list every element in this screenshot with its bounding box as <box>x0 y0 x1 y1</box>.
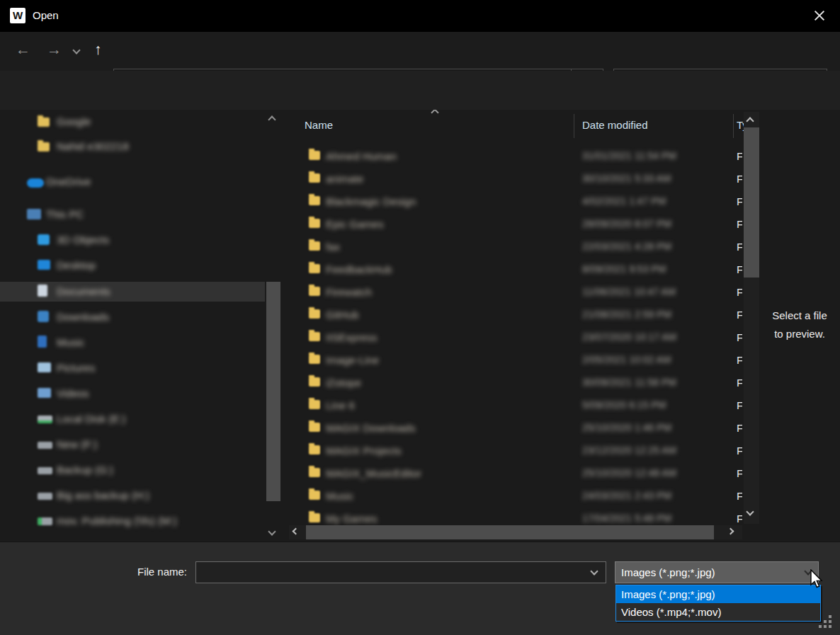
file-name: MAGIX_MusicEditor <box>326 467 421 479</box>
file-type-option[interactable]: Videos (*.mp4;*.mov) <box>616 603 820 621</box>
table-row[interactable]: Blackmagic Design4/02/2021 1:47 PMF <box>289 192 742 212</box>
table-row[interactable]: MAGIX Projects23/12/2020 12:25 AMF <box>289 441 742 461</box>
file-name: animate <box>326 173 363 185</box>
file-name: Image-Line <box>326 354 379 366</box>
file-type: F <box>737 467 742 479</box>
table-row[interactable]: Line 65/09/2020 6:15 PMF <box>289 396 742 416</box>
file-name-label: File name: <box>102 566 187 578</box>
file-date-modified: 25/10/2020 1:46 PM <box>582 422 671 433</box>
folder-icon <box>309 196 320 205</box>
file-type: F <box>737 422 742 434</box>
table-row[interactable]: Image-Line2/05/2021 10:02 AMF <box>289 350 742 370</box>
up-icon[interactable]: ↑ <box>94 41 102 58</box>
file-date-modified: 30/09/2021 11:58 PM <box>582 377 676 388</box>
preview-pane: Select a file to preview. <box>759 110 840 542</box>
table-row[interactable]: GitHub21/08/2021 2:59 PMF <box>289 305 742 325</box>
file-date-modified: 23/07/2020 10:17 AM <box>582 331 676 343</box>
file-date-modified: 5/09/2020 6:15 PM <box>582 399 666 411</box>
file-type: F <box>737 399 742 411</box>
close-button[interactable] <box>807 4 832 27</box>
file-type: F <box>737 331 742 343</box>
preview-message: Select a file <box>759 309 840 321</box>
file-type: F <box>737 490 742 502</box>
file-date-modified: 23/12/2020 12:25 AM <box>582 445 676 456</box>
table-row[interactable]: Epic Games28/09/2020 8:07 PMF <box>289 214 742 234</box>
recent-locations-chevron-icon[interactable] <box>72 46 80 54</box>
file-name: My Games <box>326 513 378 525</box>
table-row[interactable]: MAGIX Downloads25/10/2020 1:46 PMF <box>289 418 742 438</box>
dialog-footer: File name: Images (*.png;*.jpg) Images (… <box>0 542 840 635</box>
file-type: F <box>737 377 742 389</box>
folder-icon <box>309 468 320 477</box>
folder-icon <box>309 332 320 341</box>
back-icon[interactable]: ← <box>16 41 30 58</box>
file-type-option[interactable]: Images (*.png;*.jpg) <box>616 585 820 603</box>
folder-icon <box>309 219 320 228</box>
folder-icon <box>309 377 320 387</box>
title-bar: W Open <box>0 0 840 32</box>
table-row[interactable]: Ahmed Human31/01/2021 11:54 PMF <box>289 147 742 166</box>
file-date-modified: 28/09/2020 8:07 PM <box>582 218 671 229</box>
list-scrollbar-thumb[interactable] <box>744 127 759 278</box>
file-date-modified: 4/02/2021 1:47 PM <box>582 195 666 207</box>
file-name: Firewatch <box>326 286 372 298</box>
file-type: F <box>737 513 742 525</box>
file-list: Ahmed Human31/01/2021 11:54 PMFanimate30… <box>0 110 742 525</box>
table-row[interactable]: My Games17/04/2021 5:48 PMF <box>289 509 742 525</box>
scroll-down-icon[interactable] <box>268 527 276 535</box>
file-name-input[interactable] <box>195 561 606 583</box>
file-date-modified: 24/03/2021 2:43 PM <box>582 490 671 501</box>
chevron-down-icon <box>804 567 812 575</box>
file-name: IISExpress <box>326 331 378 343</box>
word-app-icon: W <box>10 8 25 23</box>
table-row[interactable]: Firewatch11/06/2021 10:47 AMF <box>289 282 742 302</box>
file-name: fax <box>326 241 340 253</box>
table-row[interactable]: animate30/10/2021 5:33 AMF <box>289 169 742 189</box>
folder-icon <box>309 423 320 432</box>
file-type: F <box>737 445 742 457</box>
file-date-modified: 11/06/2021 10:47 AM <box>582 286 676 297</box>
table-row[interactable]: MAGIX_MusicEditor25/10/2020 12:48 AMF <box>289 464 742 484</box>
file-name: iZotope <box>326 377 361 389</box>
file-name: GitHub <box>326 309 359 321</box>
file-name: Ahmed Human <box>326 150 397 162</box>
file-type: F <box>737 241 742 253</box>
folder-icon <box>309 355 320 364</box>
folder-icon <box>309 264 320 273</box>
file-type: F <box>737 309 742 321</box>
horizontal-scrollbar-thumb[interactable] <box>306 525 714 539</box>
file-name: Blackmagic Design <box>326 195 416 207</box>
window-title: Open <box>33 9 59 21</box>
file-type-dropdown: Images (*.png;*.jpg)Videos (*.mp4;*.mov) <box>615 585 821 622</box>
open-dialog: W Open ← → ↑ This PC Documents <box>0 0 840 635</box>
file-date-modified: 17/04/2021 5:48 PM <box>582 513 671 524</box>
folder-icon <box>309 491 320 500</box>
folder-icon <box>309 445 320 454</box>
file-type: F <box>737 195 742 207</box>
table-row[interactable]: Music24/03/2021 2:43 PMF <box>289 486 742 506</box>
folder-icon <box>309 241 320 251</box>
folder-icon <box>309 400 320 409</box>
table-row[interactable]: FeedbackHub8/09/2021 9:53 PMF <box>289 260 742 280</box>
file-name: Line 6 <box>326 399 355 411</box>
file-date-modified: 8/09/2021 9:53 PM <box>582 263 666 275</box>
file-type: F <box>737 263 742 275</box>
table-row[interactable]: IISExpress23/07/2020 10:17 AMF <box>289 328 742 348</box>
file-type: F <box>737 150 742 162</box>
table-row[interactable]: iZotope30/09/2021 11:58 PMF <box>289 373 742 393</box>
file-date-modified: 30/10/2021 5:33 AM <box>582 173 671 184</box>
navigation-bar: ← → ↑ This PC Documents <box>0 32 840 71</box>
table-row[interactable]: fax22/03/2021 4:28 PMF <box>289 237 742 257</box>
forward-icon[interactable]: → <box>47 41 62 58</box>
file-type: F <box>737 354 742 366</box>
file-type-select[interactable]: Images (*.png;*.jpg) <box>615 561 819 583</box>
file-date-modified: 31/01/2021 11:54 PM <box>582 150 676 161</box>
preview-message: to preview. <box>759 328 840 340</box>
folder-icon <box>309 513 320 522</box>
file-name: MAGIX Downloads <box>326 422 416 434</box>
file-name: Epic Games <box>326 218 384 230</box>
file-type: F <box>737 218 742 230</box>
folder-icon <box>309 287 320 296</box>
file-name: FeedbackHub <box>326 263 392 275</box>
file-date-modified: 2/05/2021 10:02 AM <box>582 354 671 365</box>
